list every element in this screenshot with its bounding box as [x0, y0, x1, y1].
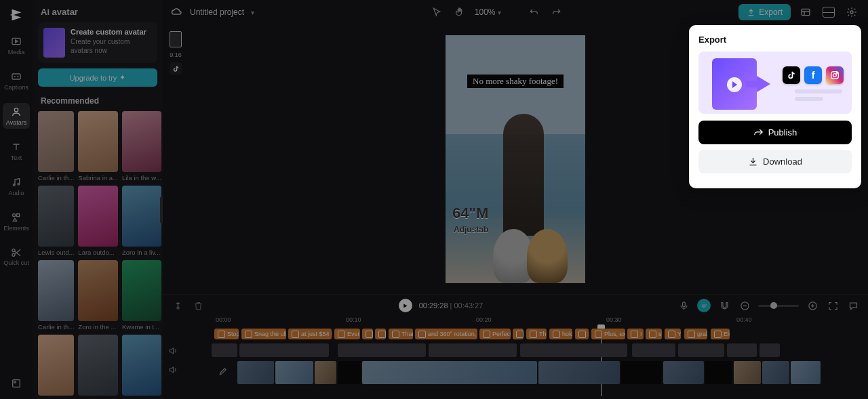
total-duration: 00:43:27 — [454, 301, 484, 310]
aspect-label: 9:16 — [170, 51, 182, 58]
caption-clip[interactable]: Ele — [711, 329, 730, 339]
rail-avatars[interactable]: Avatars — [3, 103, 30, 129]
rail-quickcut[interactable]: Quick cut — [3, 244, 30, 270]
play-button[interactable] — [399, 299, 412, 312]
rail-audio[interactable]: Audio — [3, 173, 30, 199]
comment-button[interactable] — [846, 299, 860, 312]
caption-clip[interactable]: Stop se — [214, 329, 239, 339]
caption-clip[interactable]: sw — [646, 329, 662, 339]
zoom-display[interactable]: 100%▾ — [475, 7, 501, 17]
audio-clip[interactable] — [429, 343, 517, 357]
svg-point-7 — [12, 249, 15, 252]
avatar-item[interactable]: Kwame in t... — [122, 260, 161, 331]
upgrade-button[interactable]: Upgrade to try ✦ — [38, 68, 157, 87]
caption-clip[interactable]: I ci — [627, 329, 644, 339]
publish-button[interactable]: Publish — [698, 121, 852, 144]
avatar-item[interactable] — [38, 335, 74, 398]
avatar-item[interactable]: Zoro in the ... — [78, 260, 118, 331]
caption-clip[interactable]: grab — [684, 329, 707, 339]
caption-clip[interactable] — [362, 329, 373, 339]
timeline-tracks[interactable]: Stop seSnag the ultiat just $54 tEver tr… — [184, 329, 868, 396]
caption-clip[interactable]: at just $54 t — [288, 329, 332, 339]
caption-clip[interactable] — [375, 329, 386, 339]
caption-clip[interactable]: and 360° rotation, i — [415, 329, 477, 339]
ratio-button[interactable] — [821, 4, 837, 20]
svg-rect-6 — [17, 214, 20, 217]
caption-clip[interactable]: Plus, exte — [591, 329, 625, 339]
rail-elements[interactable]: Elements — [3, 209, 30, 234]
audio-clip[interactable] — [727, 343, 757, 357]
redo-button[interactable] — [549, 4, 565, 20]
sparkle-icon: ✦ — [119, 73, 125, 82]
audio-clip[interactable] — [338, 343, 426, 357]
preview-sub-text: Adjustab — [454, 225, 488, 234]
audio-clip[interactable] — [239, 343, 329, 357]
pencil-icon[interactable] — [218, 366, 231, 379]
video-track[interactable] — [212, 361, 868, 387]
rail-brandkit[interactable] — [3, 375, 30, 392]
caption-clip[interactable]: N — [575, 329, 589, 339]
avatar-item[interactable]: Lila in the w... — [122, 111, 161, 182]
caption-clip[interactable]: hold — [549, 329, 572, 339]
video-preview[interactable]: No more shaky footage! 64"M Adjustab — [446, 35, 585, 283]
cursor-tool[interactable] — [429, 4, 445, 20]
fit-button[interactable] — [826, 299, 840, 312]
undo-button[interactable] — [526, 4, 542, 20]
avatar-item[interactable] — [122, 335, 161, 398]
rail-text[interactable]: Text — [3, 138, 30, 164]
avatar-item[interactable]: Zoro in a liv... — [122, 186, 161, 256]
audio-clip[interactable] — [678, 343, 724, 357]
caption-clip[interactable]: Snag the ulti — [241, 329, 286, 339]
delete-tool[interactable] — [191, 299, 205, 312]
timeline-ruler[interactable]: 00:00 00:10 00:20 00:30 00:40 — [210, 316, 868, 329]
avatar-item[interactable]: Carlie in th... — [38, 111, 74, 182]
rail-captions[interactable]: Captions — [3, 68, 30, 93]
audio-clip[interactable] — [520, 343, 627, 357]
tiktok-icon[interactable] — [170, 62, 182, 75]
audio-clip[interactable] — [212, 343, 237, 357]
chevron-down-icon[interactable]: ▾ — [251, 9, 254, 16]
avatar-item[interactable] — [78, 335, 118, 398]
download-button[interactable]: Download — [698, 150, 852, 173]
timeline-time: 00:29:28 | 00:43:27 — [419, 301, 484, 310]
rail-media[interactable]: Media — [3, 33, 30, 58]
rail-label: Media — [8, 49, 25, 56]
project-name[interactable]: Untitled project — [190, 7, 244, 17]
caption-clip[interactable] — [513, 329, 524, 339]
caption-clip[interactable]: Thanl — [389, 329, 413, 339]
quickcut-icon — [10, 247, 22, 259]
caption-clip[interactable]: Ever tr — [334, 329, 360, 339]
caption-clip[interactable]: Yo — [665, 329, 681, 339]
avatar-item[interactable]: Sabrina in a... — [78, 111, 118, 182]
avatar-item[interactable]: Lara outdo... — [78, 186, 118, 256]
hand-tool[interactable] — [452, 4, 468, 20]
audio-clip[interactable] — [760, 343, 780, 357]
caption-track[interactable]: Stop seSnag the ultiat just $54 tEver tr… — [212, 329, 868, 341]
publish-label: Publish — [768, 127, 797, 138]
promo-body: Create your custom avatars now — [71, 37, 152, 55]
app-logo[interactable] — [8, 7, 24, 23]
magnet-button[interactable] — [717, 299, 731, 312]
track-mute[interactable] — [167, 345, 179, 357]
split-tool[interactable] — [171, 299, 184, 312]
audio-clip[interactable] — [632, 343, 675, 357]
mic-button[interactable] — [677, 299, 690, 312]
aspect-option[interactable] — [170, 31, 182, 47]
avatar-item[interactable]: Carlie in th... — [38, 260, 74, 331]
caption-clip[interactable]: The — [526, 329, 547, 339]
export-button[interactable]: Export — [738, 4, 791, 20]
auto-caption-button[interactable] — [697, 299, 711, 312]
track-mute[interactable] — [167, 364, 179, 376]
settings-button[interactable] — [844, 4, 860, 20]
audio-track[interactable] — [212, 343, 868, 358]
ruler-tick: 00:40 — [736, 316, 752, 323]
rail-label: Avatars — [6, 119, 26, 126]
zoom-out-button[interactable] — [738, 299, 751, 312]
svg-point-10 — [14, 381, 16, 383]
timeline-zoom-slider[interactable] — [758, 305, 799, 307]
layout-toggle[interactable] — [797, 4, 814, 20]
avatar-item[interactable]: Lewis outd... — [38, 186, 74, 256]
caption-clip[interactable]: Perfect f — [479, 329, 511, 339]
zoom-in-button[interactable] — [806, 299, 819, 312]
promo-card[interactable]: Create custom avatar Create your custom … — [38, 22, 157, 63]
